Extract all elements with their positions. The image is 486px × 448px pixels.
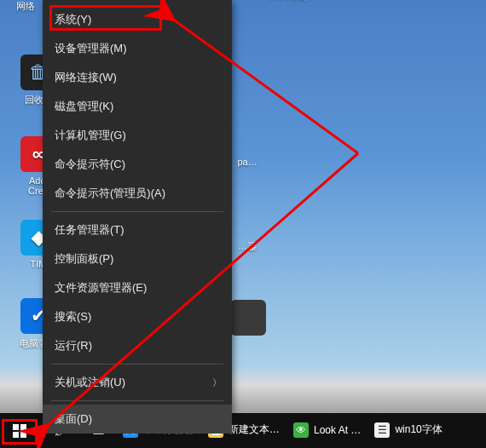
eye-icon: 👁 bbox=[293, 422, 309, 438]
page-icon: ☰ bbox=[374, 422, 390, 438]
menu-item-label: 任务管理器(T) bbox=[55, 223, 124, 236]
menu-item-search[interactable]: 搜索(S) bbox=[43, 302, 232, 331]
menu-item-label: 桌面(D) bbox=[55, 412, 92, 425]
menu-item-command-prompt[interactable]: 命令提示符(C) bbox=[43, 150, 232, 179]
desktop-icon-label: WOW大脚 bbox=[259, 0, 321, 3]
menu-item-label: 计算机管理(G) bbox=[55, 129, 126, 141]
svg-rect-2 bbox=[13, 424, 19, 430]
menu-item-system[interactable]: 系统(Y) bbox=[43, 5, 232, 34]
taskbar-item-label: win10字体 bbox=[395, 422, 442, 437]
menu-item-label: 系统(Y) bbox=[55, 13, 91, 26]
menu-item-task-manager[interactable]: 任务管理器(T) bbox=[43, 215, 232, 244]
menu-item-shutdown-signout[interactable]: 关机或注销(U) 〉 bbox=[43, 368, 232, 397]
svg-rect-5 bbox=[20, 432, 26, 438]
desktop-icon-partial-3[interactable] bbox=[230, 300, 264, 339]
desktop-icon-partial-1[interactable]: pa… bbox=[230, 157, 264, 167]
app-icon bbox=[230, 300, 266, 336]
start-button[interactable] bbox=[0, 413, 39, 448]
taskbar-item-label: 新建文本… bbox=[229, 422, 280, 437]
menu-item-network-connections[interactable]: 网络连接(W) bbox=[43, 63, 232, 92]
menu-item-label: 设备管理器(M) bbox=[55, 42, 127, 55]
menu-item-label: 关机或注销(U) bbox=[55, 376, 125, 388]
menu-item-label: 命令提示符(C) bbox=[55, 158, 125, 170]
menu-item-label: 命令提示符(管理员)(A) bbox=[55, 187, 165, 199]
chevron-right-icon: 〉 bbox=[212, 376, 222, 389]
menu-item-label: 网络连接(W) bbox=[55, 71, 117, 83]
desktop-icon-label: pa… bbox=[230, 157, 264, 167]
menu-item-device-manager[interactable]: 设备管理器(M) bbox=[43, 34, 232, 63]
menu-item-computer-management[interactable]: 计算机管理(G) bbox=[43, 121, 232, 150]
desktop-icon-partial-2[interactable]: …器 bbox=[230, 240, 264, 253]
menu-item-control-panel[interactable]: 控制面板(P) bbox=[43, 244, 232, 273]
menu-item-disk-management[interactable]: 磁盘管理(K) bbox=[43, 92, 232, 121]
menu-separator bbox=[51, 364, 223, 365]
desktop-icon-label: …器 bbox=[230, 240, 264, 253]
menu-item-label: 搜索(S) bbox=[55, 310, 91, 323]
menu-item-label: 磁盘管理(K) bbox=[55, 100, 113, 112]
menu-separator bbox=[51, 211, 223, 212]
menu-item-desktop[interactable]: 桌面(D) bbox=[43, 405, 232, 434]
desktop-icon-wow[interactable]: WOW大脚 bbox=[259, 0, 321, 3]
menu-item-run[interactable]: 运行(R) bbox=[43, 331, 232, 360]
menu-item-file-explorer[interactable]: 文件资源管理器(E) bbox=[43, 273, 232, 302]
menu-separator bbox=[51, 400, 223, 401]
menu-item-command-prompt-admin[interactable]: 命令提示符(管理员)(A) bbox=[43, 179, 232, 208]
windows-logo-icon bbox=[13, 424, 26, 438]
winx-context-menu: 系统(Y) 设备管理器(M) 网络连接(W) 磁盘管理(K) 计算机管理(G) … bbox=[43, 0, 232, 413]
taskbar-item-lookat[interactable]: 👁 Look At … bbox=[288, 413, 369, 448]
menu-item-label: 运行(R) bbox=[55, 339, 92, 352]
taskbar-item-label: Look At … bbox=[314, 424, 361, 436]
svg-rect-4 bbox=[13, 432, 19, 438]
menu-item-label: 文件资源管理器(E) bbox=[55, 281, 147, 294]
menu-item-label: 控制面板(P) bbox=[55, 252, 113, 265]
svg-rect-3 bbox=[20, 424, 26, 430]
desktop-icon-label: 网络 bbox=[9, 0, 43, 13]
desktop-icon-network[interactable]: 网络 bbox=[9, 0, 43, 13]
taskbar-item-win10font[interactable]: ☰ win10字体 bbox=[369, 413, 450, 448]
